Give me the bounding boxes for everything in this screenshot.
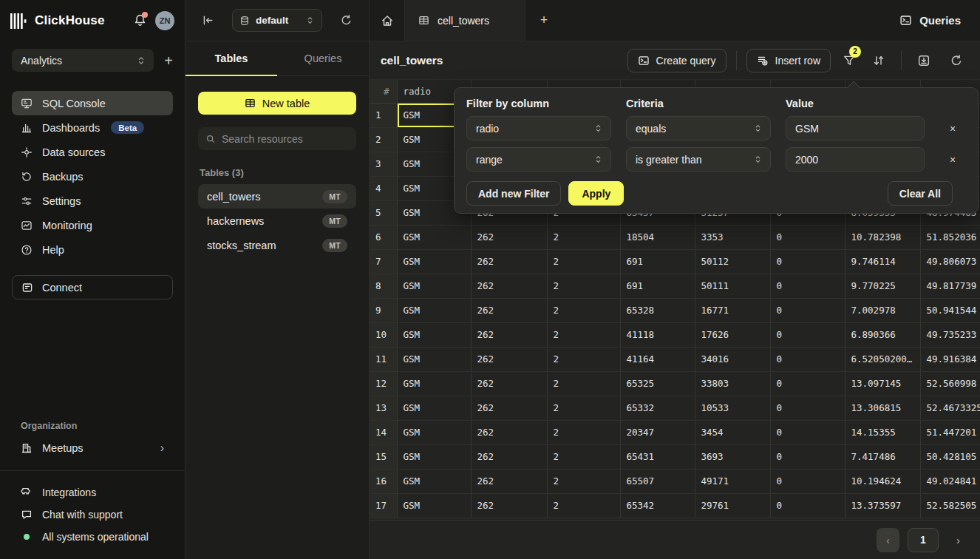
home-button[interactable]	[370, 0, 404, 41]
grid-cell[interactable]: 262	[471, 396, 547, 420]
grid-cell[interactable]: 0	[770, 469, 845, 493]
grid-cell[interactable]: 65507	[620, 469, 695, 493]
grid-cell[interactable]: 0	[770, 444, 845, 469]
grid-cell[interactable]: 50111	[695, 274, 770, 298]
create-query-button[interactable]: Create query	[627, 49, 727, 72]
previous-page-button[interactable]: ‹	[877, 528, 899, 552]
collapse-panel-button[interactable]	[202, 14, 214, 27]
filter-button[interactable]: 2	[837, 49, 862, 72]
grid-cell[interactable]: 3693	[695, 444, 770, 469]
grid-cell[interactable]: 0	[770, 225, 845, 249]
grid-cell[interactable]: 262	[471, 347, 547, 371]
grid-cell[interactable]: 51.852036	[920, 225, 980, 249]
grid-cell[interactable]: 3353	[695, 225, 770, 249]
add-filter-button[interactable]: Add new Filter	[466, 181, 561, 206]
grid-cell[interactable]: 2	[547, 298, 620, 322]
grid-cell[interactable]: 0	[770, 347, 845, 371]
grid-cell[interactable]: 20347	[620, 420, 695, 444]
grid-cell[interactable]: 2	[547, 396, 620, 420]
grid-cell[interactable]: 6.890366	[845, 322, 920, 347]
sidebar-item-data-sources[interactable]: Data sources	[12, 140, 173, 164]
clear-all-filters-button[interactable]: Clear All	[888, 181, 953, 206]
grid-cell[interactable]: 262	[471, 444, 547, 469]
filter-criteria-select[interactable]: is greater than	[626, 147, 771, 172]
add-workspace-button[interactable]: +	[164, 53, 173, 68]
brand[interactable]: ClickHouse	[10, 13, 105, 29]
download-button[interactable]	[911, 49, 936, 72]
grid-cell[interactable]: 0	[770, 322, 845, 347]
filter-value-input[interactable]	[786, 116, 925, 140]
grid-cell[interactable]: 65342	[620, 493, 695, 518]
grid-cell[interactable]: 65325	[620, 371, 695, 396]
grid-cell[interactable]: 0	[770, 493, 845, 518]
grid-cell[interactable]: 262	[471, 371, 547, 396]
grid-cell[interactable]: 13.306815	[845, 396, 920, 420]
new-table-button[interactable]: New table	[198, 92, 356, 115]
grid-cell[interactable]: 52.4673325	[920, 396, 980, 420]
notifications-button[interactable]	[133, 13, 148, 28]
table-list-item-stocks-stream[interactable]: stocks_stream MT	[198, 233, 356, 257]
grid-cell[interactable]: 49.024841	[920, 469, 980, 493]
grid-cell[interactable]: GSM	[397, 396, 471, 420]
refresh-tables-button[interactable]	[340, 14, 353, 27]
queries-button[interactable]: Queries	[899, 14, 961, 27]
grid-cell[interactable]: GSM	[397, 469, 471, 493]
grid-cell[interactable]: 41164	[620, 347, 695, 371]
grid-cell[interactable]: GSM	[397, 249, 471, 274]
sidebar-item-chat-support[interactable]: Chat with support	[12, 504, 173, 526]
sort-button[interactable]	[866, 49, 891, 72]
grid-cell[interactable]: GSM	[397, 225, 471, 249]
grid-cell[interactable]: GSM	[397, 420, 471, 444]
grid-cell[interactable]: 51.447201	[920, 420, 980, 444]
system-status[interactable]: All systems operational	[12, 526, 173, 548]
table-list-item-hackernews[interactable]: hackernews MT	[198, 209, 356, 233]
apply-filter-button[interactable]: Apply	[568, 181, 624, 206]
grid-cell[interactable]: 691	[620, 249, 695, 274]
grid-cell[interactable]: 13.097145	[845, 371, 920, 396]
tab-cell-towers[interactable]: cell_towers	[404, 0, 525, 41]
grid-cell[interactable]: 10.782398	[845, 225, 920, 249]
grid-cell[interactable]: 262	[471, 322, 547, 347]
grid-cell[interactable]: 2	[547, 469, 620, 493]
filter-criteria-select[interactable]: equals	[626, 116, 771, 140]
grid-cell[interactable]: 2	[547, 225, 620, 249]
grid-cell[interactable]: 50.941544	[920, 298, 980, 322]
sidebar-item-settings[interactable]: Settings	[12, 189, 173, 213]
grid-cell[interactable]: 18504	[620, 225, 695, 249]
grid-cell[interactable]: 262	[471, 225, 547, 249]
grid-cell[interactable]: GSM	[397, 493, 471, 518]
grid-cell[interactable]: 65431	[620, 444, 695, 469]
grid-cell[interactable]: 10533	[695, 396, 770, 420]
grid-cell[interactable]: 29761	[695, 493, 770, 518]
grid-cell[interactable]: 0	[770, 274, 845, 298]
grid-cell[interactable]: 13.373597	[845, 493, 920, 518]
grid-cell[interactable]: 2	[547, 249, 620, 274]
grid-cell[interactable]: 262	[471, 249, 547, 274]
sidebar-item-help[interactable]: Help	[12, 237, 173, 262]
grid-cell[interactable]: 14.15355	[845, 420, 920, 444]
grid-cell[interactable]: 691	[620, 274, 695, 298]
grid-cell[interactable]: 49.817739	[920, 274, 980, 298]
grid-cell[interactable]: 2	[547, 444, 620, 469]
grid-cell[interactable]: 10.194624	[845, 469, 920, 493]
grid-cell[interactable]: 50112	[695, 249, 770, 274]
remove-filter-button[interactable]: ×	[939, 123, 966, 135]
sidebar-item-dashboards[interactable]: Dashboards Beta	[12, 115, 173, 140]
grid-cell[interactable]: 262	[471, 493, 547, 518]
grid-cell[interactable]: 33803	[695, 371, 770, 396]
connect-button[interactable]: Connect	[12, 275, 173, 299]
grid-cell[interactable]: 16771	[695, 298, 770, 322]
grid-cell[interactable]: 65332	[620, 396, 695, 420]
remove-filter-button[interactable]: ×	[939, 154, 966, 166]
grid-cell[interactable]: GSM	[397, 298, 471, 322]
filter-value-input[interactable]	[786, 147, 925, 172]
search-input[interactable]	[222, 133, 349, 145]
grid-cell[interactable]: 49.916384	[920, 347, 980, 371]
grid-cell[interactable]: 34016	[695, 347, 770, 371]
grid-cell[interactable]: 52.582505	[920, 493, 980, 518]
grid-cell[interactable]: 2	[547, 371, 620, 396]
refresh-button[interactable]	[944, 49, 969, 72]
grid-cell[interactable]: 2	[547, 322, 620, 347]
grid-cell[interactable]: 0	[770, 396, 845, 420]
sidebar-item-integrations[interactable]: Integrations	[12, 481, 173, 504]
